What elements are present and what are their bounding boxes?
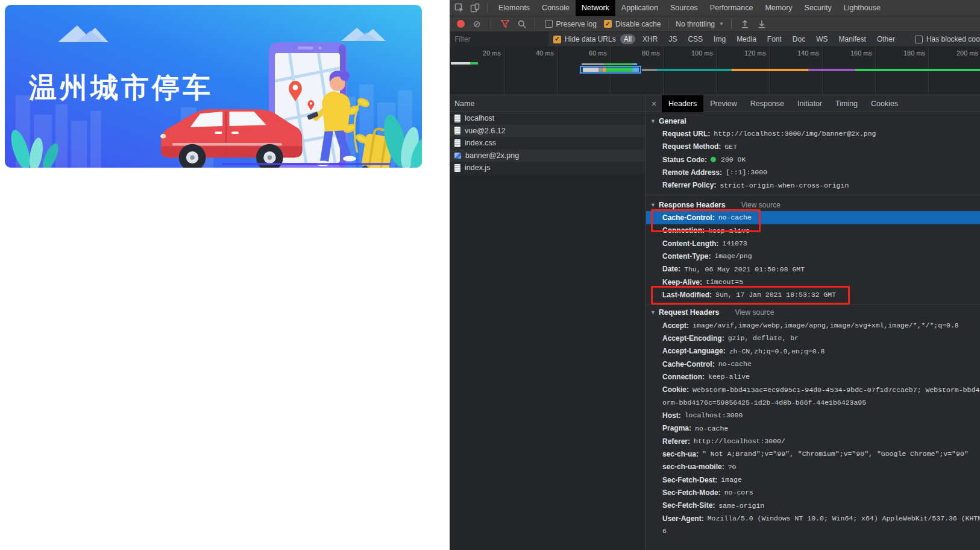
- filter-icon[interactable]: [501, 20, 509, 28]
- header-row[interactable]: Remote Address:[::1]:3000: [646, 166, 980, 179]
- filter-input[interactable]: [451, 32, 548, 47]
- header-row[interactable]: Cookie:Webstorm-bbd413ac=ec9d95c1-94d0-4…: [646, 384, 980, 396]
- header-row[interactable]: Referrer Policy:strict-origin-when-cross…: [646, 179, 980, 192]
- tab-console[interactable]: Console: [536, 0, 576, 16]
- filter-pill-js[interactable]: JS: [665, 34, 680, 44]
- section-divider: [646, 305, 980, 305]
- search-icon[interactable]: [518, 20, 526, 28]
- filter-pill-doc[interactable]: Doc: [789, 34, 809, 44]
- header-row[interactable]: Host:localhost:3000: [646, 409, 980, 422]
- header-row[interactable]: Request URL:http://localhost:3000/img/ba…: [646, 127, 980, 140]
- request-row[interactable]: index.js: [450, 162, 645, 174]
- header-value: " Not A;Brand";v="99", "Chromium";v="90"…: [702, 450, 969, 458]
- throttling-dropdown[interactable]: No throttling ▼: [676, 20, 724, 28]
- import-har-icon[interactable]: [741, 20, 749, 28]
- section-title[interactable]: ▼General: [646, 115, 980, 127]
- request-row[interactable]: banner@2x.png: [450, 150, 645, 162]
- header-row[interactable]: Connection:keep-alive: [646, 370, 980, 383]
- filter-pill-img[interactable]: Img: [710, 34, 729, 44]
- request-row[interactable]: index.css: [450, 137, 645, 150]
- filter-pill-all[interactable]: All: [620, 34, 635, 44]
- close-icon[interactable]: ×: [646, 99, 662, 109]
- header-row[interactable]: Content-Type:image/png: [646, 250, 980, 262]
- section-title[interactable]: ▼Response HeadersView source: [646, 198, 980, 211]
- detail-tab-response[interactable]: Response: [744, 95, 791, 112]
- header-name: Accept-Language:: [662, 347, 726, 355]
- hide-data-urls-checkbox[interactable]: ✓: [553, 36, 561, 43]
- header-value: http://localhost:3000/img/banner@2x.png: [714, 130, 876, 138]
- header-name: Status Code:: [662, 156, 707, 164]
- filter-pill-font[interactable]: Font: [764, 34, 785, 44]
- network-overview-timeline[interactable]: 20 ms40 ms60 ms80 ms100 ms120 ms140 ms16…: [450, 47, 980, 95]
- has-blocked-cookies-label[interactable]: Has blocked cookies: [926, 35, 980, 43]
- header-row[interactable]: Date:Thu, 06 May 2021 01:50:08 GMT: [646, 263, 980, 276]
- tab-network[interactable]: Network: [576, 0, 615, 16]
- preserve-log-label[interactable]: Preserve log: [556, 20, 597, 28]
- detail-tab-timing[interactable]: Timing: [829, 95, 864, 112]
- request-row[interactable]: localhost: [450, 112, 645, 125]
- header-row[interactable]: Keep-Alive:timeout=5: [646, 276, 980, 288]
- view-source-button[interactable]: View source: [735, 308, 774, 317]
- detail-tab-initiator[interactable]: Initiator: [791, 95, 829, 112]
- header-row[interactable]: User-Agent:Mozilla/5.0 (Windows NT 10.0;…: [646, 512, 980, 525]
- has-blocked-cookies-checkbox[interactable]: [915, 36, 923, 43]
- detail-tab-preview[interactable]: Preview: [703, 95, 743, 112]
- disable-cache-label[interactable]: Disable cache: [615, 20, 661, 28]
- name-column-header[interactable]: Name: [450, 95, 645, 112]
- section-title[interactable]: ▼Request HeadersView source: [646, 306, 980, 319]
- view-source-button[interactable]: View source: [741, 201, 781, 209]
- header-row[interactable]: Status Code:200 OK: [646, 153, 980, 166]
- header-row[interactable]: 6: [646, 525, 980, 537]
- header-value: keep-alive: [708, 227, 750, 235]
- header-name: Content-Length:: [662, 239, 718, 248]
- disable-cache-checkbox[interactable]: ✓: [604, 20, 612, 28]
- export-har-icon[interactable]: [758, 20, 766, 28]
- devtools-panel: ElementsConsoleNetworkApplicationSources…: [450, 0, 980, 550]
- header-row[interactable]: Cache-Control:no-cache: [646, 211, 980, 224]
- record-button[interactable]: [457, 20, 465, 28]
- inspect-element-icon[interactable]: [454, 3, 464, 13]
- device-toolbar-icon[interactable]: [470, 3, 480, 13]
- header-row[interactable]: orm-bbd4176c=59856425-1d2b-4d8b-b66f-44e…: [646, 396, 980, 409]
- header-name: Accept-Encoding:: [662, 334, 724, 343]
- detail-tab-headers[interactable]: Headers: [662, 95, 703, 112]
- header-row[interactable]: sec-ch-ua-mobile:?0: [646, 461, 980, 473]
- filter-pill-media[interactable]: Media: [733, 34, 760, 44]
- tab-elements[interactable]: Elements: [492, 0, 536, 16]
- header-row[interactable]: Accept-Language:zh-CN,zh;q=0.9,en;q=0.8: [646, 345, 980, 358]
- header-row[interactable]: Content-Length:141073: [646, 237, 980, 250]
- document-file-icon: [454, 164, 460, 172]
- tab-application[interactable]: Application: [615, 0, 664, 16]
- header-row[interactable]: Sec-Fetch-Dest:image: [646, 473, 980, 486]
- tab-sources[interactable]: Sources: [664, 0, 704, 16]
- tab-memory[interactable]: Memory: [759, 0, 798, 16]
- detail-tab-cookies[interactable]: Cookies: [864, 95, 905, 112]
- section-title-text: Response Headers: [659, 201, 726, 209]
- tab-lighthouse[interactable]: Lighthouse: [838, 0, 887, 16]
- filter-pill-css[interactable]: CSS: [684, 34, 706, 44]
- tab-security[interactable]: Security: [799, 0, 838, 16]
- header-row[interactable]: Pragma:no-cache: [646, 422, 980, 435]
- header-row[interactable]: Cache-Control:no-cache: [646, 358, 980, 370]
- header-name: Date:: [662, 265, 680, 273]
- request-row[interactable]: vue@2.6.12: [450, 125, 645, 138]
- tab-performance[interactable]: Performance: [704, 0, 759, 16]
- header-row[interactable]: sec-ch-ua:" Not A;Brand";v="99", "Chromi…: [646, 447, 980, 460]
- document-file-icon: [454, 139, 460, 147]
- header-row[interactable]: Accept:image/avif,image/webp,image/apng,…: [646, 319, 980, 332]
- filter-pill-xhr[interactable]: XHR: [639, 34, 661, 44]
- header-row[interactable]: Sec-Fetch-Mode:no-cors: [646, 486, 980, 499]
- header-row[interactable]: Accept-Encoding:gzip, deflate, br: [646, 332, 980, 344]
- filter-pill-other[interactable]: Other: [873, 34, 899, 44]
- header-row[interactable]: Request Method:GET: [646, 141, 980, 153]
- header-row[interactable]: Sec-Fetch-Site:same-origin: [646, 499, 980, 512]
- filter-pill-ws[interactable]: WS: [812, 34, 831, 44]
- header-row[interactable]: Last-Modified:Sun, 17 Jan 2021 18:53:32 …: [646, 288, 980, 301]
- divider: [487, 3, 488, 13]
- filter-pill-manifest[interactable]: Manifest: [835, 34, 870, 44]
- hide-data-urls-label[interactable]: Hide data URLs: [565, 35, 616, 43]
- preserve-log-checkbox[interactable]: [545, 20, 553, 28]
- clear-icon[interactable]: ⊘: [473, 19, 481, 28]
- header-row[interactable]: Connection:keep-alive: [646, 224, 980, 237]
- header-row[interactable]: Referer:http://localhost:3000/: [646, 435, 980, 447]
